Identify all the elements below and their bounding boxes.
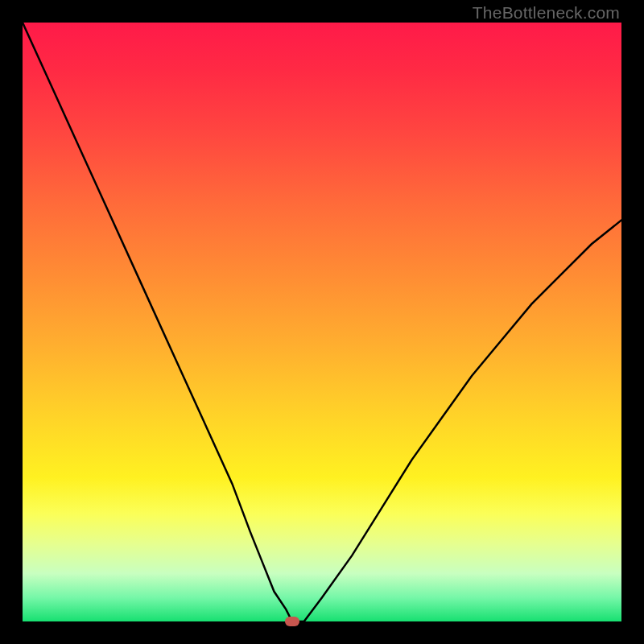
chart-frame: TheBottleneck.com	[0, 0, 644, 644]
watermark-text: TheBottleneck.com	[473, 3, 620, 23]
minimum-marker	[285, 617, 299, 626]
plot-area	[23, 23, 621, 621]
